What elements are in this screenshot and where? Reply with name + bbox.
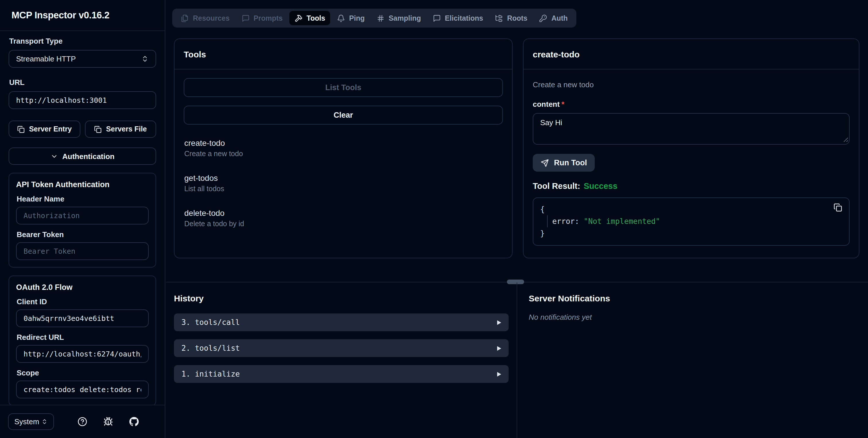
tools-panel-body: List Tools Clear create-todoCreate a new… <box>175 69 512 252</box>
sidebar-footer: System <box>0 405 165 438</box>
send-icon <box>541 159 549 167</box>
bug-icon <box>103 416 113 426</box>
app-title: MCP Inspector v0.16.2 <box>11 10 110 21</box>
hammer-icon <box>294 14 303 22</box>
pane-resize-handle[interactable] <box>507 280 524 284</box>
key-icon <box>539 14 547 22</box>
list-tools-button[interactable]: List Tools <box>184 78 503 97</box>
tool-detail-panel: create-todo Create a new todo content* S… <box>523 38 859 258</box>
json-key: error: <box>552 217 579 226</box>
authentication-toggle[interactable]: Authentication <box>9 148 156 165</box>
circle-help-icon <box>77 416 87 426</box>
github-button[interactable] <box>129 416 139 427</box>
report-bug-button[interactable] <box>103 416 113 427</box>
tool-list: create-todoCreate a new todoget-todosLis… <box>184 138 503 228</box>
bearer-token-label: Bearer Token <box>17 230 148 239</box>
chevrons-up-down-icon <box>141 55 149 63</box>
transport-type-select[interactable]: Streamable HTTP <box>9 50 156 68</box>
tool-list-item-delete-todo[interactable]: delete-todoDelete a todo by id <box>184 208 502 228</box>
tab-label: Ping <box>349 14 365 22</box>
redirect-url-input[interactable] <box>16 345 149 363</box>
footer-icons <box>77 416 139 427</box>
chevron-down-icon <box>50 152 58 160</box>
history-entry-label: 2. tools/list <box>181 344 240 352</box>
history-list: 3. tools/call2. tools/list1. initialize <box>174 313 508 383</box>
tool-description: List all todos <box>184 185 502 193</box>
tab-auth[interactable]: Auth <box>534 11 573 25</box>
tab-label: Elicitations <box>445 14 483 22</box>
history-entry[interactable]: 1. initialize <box>174 365 508 383</box>
clear-button[interactable]: Clear <box>184 105 503 125</box>
history-entry-label: 1. initialize <box>181 370 240 378</box>
tool-name: get-todos <box>184 174 502 183</box>
tab-roots[interactable]: Roots <box>490 11 533 25</box>
folder-tree-icon <box>495 14 503 22</box>
message-square-icon <box>433 14 441 22</box>
history-entry[interactable]: 3. tools/call <box>174 313 508 331</box>
history-title: History <box>174 293 508 303</box>
theme-select-value: System <box>14 417 39 426</box>
expand-arrow-icon <box>497 346 501 350</box>
main-content: ResourcesPromptsToolsPingSamplingElicita… <box>166 0 868 438</box>
tab-ping[interactable]: Ping <box>332 11 370 25</box>
help-button[interactable] <box>77 416 87 427</box>
github-icon <box>129 416 138 426</box>
server-notifications-title: Server Notifications <box>529 293 860 303</box>
server-entry-button[interactable]: Server Entry <box>9 121 80 138</box>
tab-elicitations[interactable]: Elicitations <box>428 11 488 25</box>
tab-label: Roots <box>507 14 528 22</box>
tool-list-item-create-todo[interactable]: create-todoCreate a new todo <box>184 138 502 158</box>
transport-type-value: Streamable HTTP <box>16 55 76 63</box>
history-entry[interactable]: 2. tools/list <box>174 339 508 357</box>
tools-panel-title: Tools <box>175 39 512 69</box>
content-field-input[interactable]: Say Hi <box>533 113 849 145</box>
copy-icon <box>94 125 102 133</box>
oauth-flow-title: OAuth 2.0 Flow <box>16 283 149 292</box>
history-panel: History 3. tools/call2. tools/list1. ini… <box>174 282 508 391</box>
tool-description: Create a new todo <box>184 150 502 158</box>
tool-detail-body: Create a new todo content* Say Hi Run To… <box>524 69 859 254</box>
tab-bar: ResourcesPromptsToolsPingSamplingElicita… <box>172 9 577 28</box>
json-open-brace: { <box>540 203 842 215</box>
files-icon <box>181 14 189 22</box>
tool-detail-description: Create a new todo <box>533 81 849 89</box>
server-notifications-panel: Server Notifications No notifications ye… <box>529 282 860 321</box>
api-token-auth-card: API Token Authentication Header Name Bea… <box>9 173 156 268</box>
copy-result-button[interactable] <box>834 203 842 212</box>
servers-file-button[interactable]: Servers File <box>85 121 156 138</box>
required-mark: * <box>561 100 564 108</box>
json-error-row: error: "Not implemented" <box>547 215 842 227</box>
tab-label: Resources <box>193 14 229 22</box>
tool-list-item-get-todos[interactable]: get-todosList all todos <box>184 174 502 193</box>
tool-result-json: { error: "Not implemented" } <box>533 197 849 246</box>
hash-icon <box>377 14 384 22</box>
history-entry-label: 3. tools/call <box>181 318 240 326</box>
tab-label: Sampling <box>389 14 421 22</box>
tab-resources[interactable]: Resources <box>176 11 235 25</box>
client-id-input[interactable] <box>16 309 149 327</box>
url-input[interactable] <box>9 91 156 109</box>
api-token-auth-title: API Token Authentication <box>16 180 149 189</box>
sidebar-header: MCP Inspector v0.16.2 <box>0 0 165 31</box>
tool-description: Delete a todo by id <box>184 220 502 228</box>
content-field-label: content* <box>533 100 849 108</box>
copy-icon <box>834 203 842 212</box>
no-notifications-message: No notifications yet <box>529 313 860 321</box>
mcp-inspector-app: MCP Inspector v0.16.2 Transport Type Str… <box>0 0 868 438</box>
redirect-url-label: Redirect URL <box>17 333 148 342</box>
header-name-input[interactable] <box>16 207 149 224</box>
tab-tools[interactable]: Tools <box>289 11 330 25</box>
theme-select[interactable]: System <box>8 413 54 430</box>
content-field-label-text: content <box>533 100 560 108</box>
chevrons-up-down-icon <box>41 418 48 425</box>
tools-panel: Tools List Tools Clear create-todoCreate… <box>174 38 513 258</box>
tool-result-label: Tool Result: <box>533 181 580 191</box>
servers-file-label: Servers File <box>106 125 147 133</box>
bearer-token-input[interactable] <box>16 242 149 260</box>
copy-icon <box>17 125 24 133</box>
scope-input[interactable] <box>16 381 149 398</box>
json-close-brace: } <box>540 227 842 239</box>
tab-sampling[interactable]: Sampling <box>371 11 426 25</box>
tab-prompts[interactable]: Prompts <box>236 11 288 25</box>
run-tool-button[interactable]: Run Tool <box>533 154 595 171</box>
